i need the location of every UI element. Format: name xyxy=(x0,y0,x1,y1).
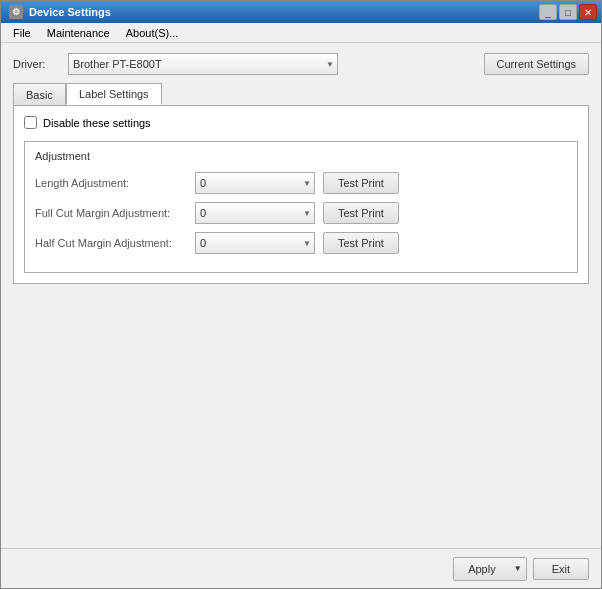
menu-about[interactable]: About(S)... xyxy=(118,25,187,41)
driver-label: Driver: xyxy=(13,58,58,70)
full-cut-adjustment-test-print-button[interactable]: Test Print xyxy=(323,202,399,224)
window-icon: ⚙ xyxy=(9,5,23,19)
maximize-button[interactable]: □ xyxy=(559,4,577,20)
driver-select-wrapper: Brother PT-E800T xyxy=(68,53,338,75)
disable-settings-label: Disable these settings xyxy=(43,117,151,129)
menu-maintenance[interactable]: Maintenance xyxy=(39,25,118,41)
length-adjustment-select[interactable]: 0 xyxy=(195,172,315,194)
length-adjustment-label: Length Adjustment: xyxy=(35,177,195,189)
tab-label-settings[interactable]: Label Settings xyxy=(66,83,162,105)
full-cut-adjustment-select-wrap: 0 xyxy=(195,202,315,224)
half-cut-adjustment-select-wrap: 0 xyxy=(195,232,315,254)
menu-file[interactable]: File xyxy=(5,25,39,41)
tab-basic[interactable]: Basic xyxy=(13,83,66,105)
current-settings-button[interactable]: Current Settings xyxy=(484,53,589,75)
full-cut-adjustment-select[interactable]: 0 xyxy=(195,202,315,224)
tabs-header: Basic Label Settings xyxy=(13,83,589,105)
tab-panel-label-settings: Disable these settings Adjustment Length… xyxy=(13,105,589,284)
disable-settings-row: Disable these settings xyxy=(24,116,578,129)
exit-button[interactable]: Exit xyxy=(533,558,589,580)
apply-dropdown-button[interactable]: ▼ xyxy=(510,558,526,580)
bottom-bar: Apply ▼ Exit xyxy=(1,548,601,588)
title-bar: ⚙ Device Settings _ □ ✕ xyxy=(1,1,601,23)
title-bar-text: ⚙ Device Settings xyxy=(9,5,111,19)
minimize-button[interactable]: _ xyxy=(539,4,557,20)
half-cut-adjustment-row: Half Cut Margin Adjustment: 0 Test Print xyxy=(35,232,567,254)
length-adjustment-row: Length Adjustment: 0 Test Print xyxy=(35,172,567,194)
content-area: Driver: Brother PT-E800T Current Setting… xyxy=(1,43,601,548)
title-controls: _ □ ✕ xyxy=(539,4,597,20)
half-cut-adjustment-label: Half Cut Margin Adjustment: xyxy=(35,237,195,249)
tabs-container: Basic Label Settings Disable these setti… xyxy=(13,83,589,284)
adjustment-group: Adjustment Length Adjustment: 0 Test Pri… xyxy=(24,141,578,273)
window-title: Device Settings xyxy=(29,6,111,18)
adjustment-group-title: Adjustment xyxy=(35,150,567,162)
main-window: ⚙ Device Settings _ □ ✕ File Maintenance… xyxy=(0,0,602,589)
close-button[interactable]: ✕ xyxy=(579,4,597,20)
length-adjustment-test-print-button[interactable]: Test Print xyxy=(323,172,399,194)
full-cut-adjustment-row: Full Cut Margin Adjustment: 0 Test Print xyxy=(35,202,567,224)
driver-row: Driver: Brother PT-E800T Current Setting… xyxy=(13,53,589,75)
half-cut-adjustment-select[interactable]: 0 xyxy=(195,232,315,254)
driver-select[interactable]: Brother PT-E800T xyxy=(68,53,338,75)
apply-wrap: Apply ▼ xyxy=(453,557,527,581)
apply-button[interactable]: Apply xyxy=(454,558,510,580)
menu-bar: File Maintenance About(S)... xyxy=(1,23,601,43)
half-cut-adjustment-test-print-button[interactable]: Test Print xyxy=(323,232,399,254)
full-cut-adjustment-label: Full Cut Margin Adjustment: xyxy=(35,207,195,219)
length-adjustment-select-wrap: 0 xyxy=(195,172,315,194)
disable-settings-checkbox[interactable] xyxy=(24,116,37,129)
